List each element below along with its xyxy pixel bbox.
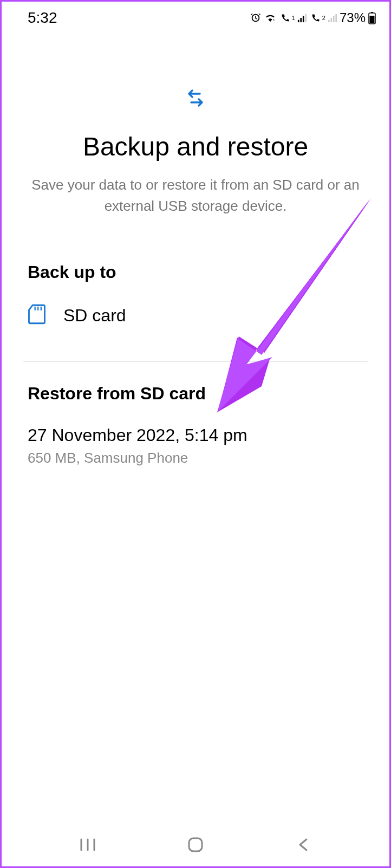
backup-sd-card-label: SD card (63, 306, 126, 326)
svg-rect-7 (335, 14, 337, 22)
signal2-icon (328, 13, 337, 23)
status-icons: 1 2 73% (250, 10, 376, 25)
backup-sd-card-row[interactable]: SD card (28, 300, 363, 342)
svg-rect-0 (298, 20, 299, 23)
recent-apps-button[interactable] (66, 834, 109, 856)
call-sim1-icon: 1 (279, 12, 295, 24)
call-sim2-icon: 2 (309, 12, 325, 24)
battery-percent: 73% (340, 10, 366, 25)
battery-icon (368, 11, 376, 24)
alarm-icon (250, 12, 262, 24)
restore-item-meta: 650 MB, Samsung Phone (28, 450, 363, 467)
svg-rect-4 (328, 20, 330, 23)
restore-item[interactable]: 27 November 2022, 5:14 pm 650 MB, Samsun… (28, 425, 363, 467)
page-title: Backup and restore (23, 132, 368, 161)
svg-rect-6 (333, 16, 335, 22)
sd-card-icon (28, 304, 46, 327)
status-bar: 5:32 1 2 73% (2, 2, 389, 32)
svg-rect-3 (305, 14, 307, 22)
signal1-icon (297, 13, 307, 23)
nav-bar (2, 823, 389, 866)
status-time: 5:32 (28, 9, 57, 27)
back-button[interactable] (282, 834, 325, 856)
restore-item-date: 27 November 2022, 5:14 pm (28, 425, 363, 445)
svg-rect-10 (370, 16, 375, 23)
home-button[interactable] (174, 834, 217, 856)
restore-section-title: Restore from SD card (28, 384, 363, 404)
svg-rect-9 (371, 12, 373, 13)
svg-rect-1 (300, 18, 302, 22)
page-subtitle: Save your data to or restore it from an … (23, 174, 368, 217)
transfer-icon (23, 86, 368, 110)
restore-section: Restore from SD card 27 November 2022, 5… (2, 368, 389, 482)
divider (23, 361, 368, 362)
backup-section-title: Back up to (28, 262, 363, 282)
wifi-icon (264, 12, 277, 24)
backup-section: Back up to SD card (2, 249, 389, 355)
svg-rect-5 (330, 18, 332, 22)
header-section: Backup and restore Save your data to or … (2, 32, 389, 249)
svg-rect-17 (189, 838, 202, 851)
svg-rect-2 (303, 16, 304, 22)
